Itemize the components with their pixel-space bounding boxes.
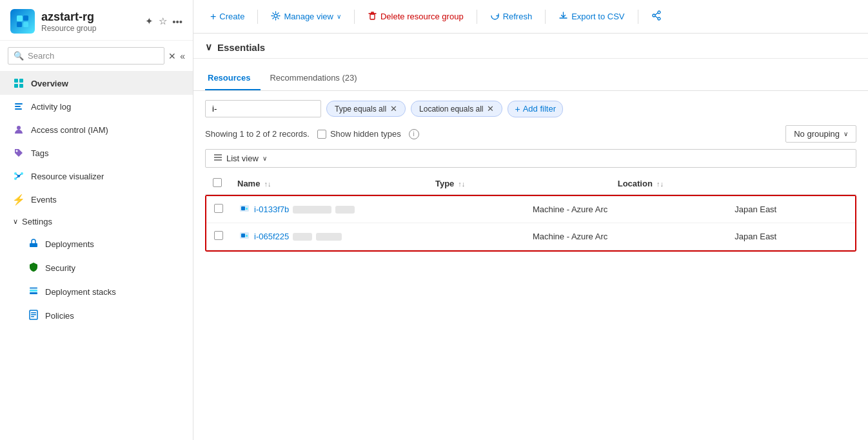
activity-log-label: Activity log xyxy=(31,102,71,112)
table-header-row: Name ↑↓ Type ↑↓ Location xyxy=(205,173,856,195)
security-icon xyxy=(28,262,39,274)
svg-rect-2 xyxy=(17,22,22,27)
sidebar-item-activity-log[interactable]: Activity log xyxy=(0,95,193,118)
create-button[interactable]: + Create xyxy=(204,7,251,26)
svg-rect-40 xyxy=(246,208,248,210)
sidebar-item-tags[interactable]: Tags xyxy=(0,141,193,165)
toolbar-separator-3 xyxy=(477,10,477,24)
download-icon xyxy=(558,11,568,23)
show-hidden-types-checkbox[interactable] xyxy=(317,130,326,139)
row2-name-link[interactable]: i-065f225 xyxy=(254,232,289,241)
table-row: i-065f225 Machine - Azure Arc Japan East xyxy=(206,223,855,250)
name-sort-icon[interactable]: ↑↓ xyxy=(264,180,271,188)
sidebar-item-deployment-stacks[interactable]: Deployment stacks xyxy=(0,280,193,304)
location-sort-icon[interactable]: ↑↓ xyxy=(656,180,664,188)
row1-location: Japan East xyxy=(727,196,855,223)
search-icon: 🔍 xyxy=(14,51,24,61)
search-input[interactable] xyxy=(28,51,159,61)
type-filter-clear-icon[interactable]: ✕ xyxy=(390,104,397,114)
filter-row: Type equals all ✕ Location equals all ✕ … xyxy=(193,91,868,121)
svg-rect-20 xyxy=(30,243,37,247)
sidebar-header: azstart-rg Resource group ✦ ☆ ••• xyxy=(0,0,193,41)
svg-point-17 xyxy=(14,172,17,175)
essentials-section: ∨ Essentials xyxy=(193,34,868,59)
list-view-icon xyxy=(213,153,222,164)
name-filter-input[interactable] xyxy=(205,100,321,117)
sidebar-item-events[interactable]: ⚡ Events xyxy=(0,188,193,211)
toolbar: + Create Manage view ∨ Delete resource g… xyxy=(193,0,868,34)
more-icon[interactable]: ••• xyxy=(172,16,182,27)
row1-blur2 xyxy=(335,206,355,214)
sidebar-search-box[interactable]: 🔍 xyxy=(8,47,164,65)
toolbar-separator-5 xyxy=(638,10,638,24)
sidebar-item-resource-visualizer[interactable]: Resource visualizer xyxy=(0,165,193,188)
resources-table-container: Name ↑↓ Type ↑↓ Location xyxy=(193,173,868,252)
sidebar-item-security[interactable]: Security xyxy=(0,256,193,280)
select-all-checkbox[interactable] xyxy=(213,178,222,187)
type-filter-tag: Type equals all ✕ xyxy=(326,101,406,117)
app-logo xyxy=(10,9,35,34)
star-icon[interactable]: ☆ xyxy=(159,15,167,27)
sidebar-item-policies[interactable]: Policies xyxy=(0,304,193,328)
no-grouping-button[interactable]: No grouping ∨ xyxy=(785,125,856,143)
svg-rect-3 xyxy=(23,22,28,27)
svg-rect-29 xyxy=(370,14,375,19)
plus-filter-icon: + xyxy=(515,104,520,114)
show-hidden-types-label[interactable]: Show hidden types xyxy=(317,129,401,139)
share-button[interactable] xyxy=(645,6,668,26)
svg-rect-1 xyxy=(23,15,28,21)
svg-rect-22 xyxy=(30,290,37,292)
row1-checkbox[interactable] xyxy=(214,204,223,213)
tab-recommendations[interactable]: Recommendations (23) xyxy=(267,68,367,90)
gear-icon xyxy=(271,11,281,23)
th-name: Name ↑↓ xyxy=(230,173,428,195)
add-filter-button[interactable]: + Add filter xyxy=(508,101,563,117)
sidebar-item-overview[interactable]: Overview xyxy=(0,72,193,95)
sidebar-title-actions: ✦ ☆ ••• xyxy=(145,15,182,27)
settings-section[interactable]: ∨ Settings xyxy=(0,211,193,232)
tab-resources[interactable]: Resources xyxy=(205,68,261,90)
essentials-title: Essentials xyxy=(217,42,265,53)
list-view-button[interactable]: List view ∨ xyxy=(205,149,856,168)
svg-rect-0 xyxy=(17,15,23,21)
sidebar-item-deployments[interactable]: Deployments xyxy=(0,232,193,256)
sidebar-title-group: azstart-rg Resource group xyxy=(41,10,96,33)
view-row: List view ∨ xyxy=(193,146,868,173)
th-location: Location ↑↓ xyxy=(610,173,856,195)
svg-rect-9 xyxy=(15,106,21,107)
svg-rect-5 xyxy=(19,79,23,83)
svg-rect-26 xyxy=(31,314,36,315)
close-search-icon[interactable]: ✕ xyxy=(168,51,176,61)
svg-point-31 xyxy=(658,17,660,20)
iam-label: Access control (IAM) xyxy=(31,125,108,135)
tags-label: Tags xyxy=(31,148,48,158)
policies-label: Policies xyxy=(45,311,74,321)
row1-name-link[interactable]: i-0133f7b xyxy=(254,205,289,214)
info-icon[interactable]: i xyxy=(409,129,419,139)
collapse-sidebar-icon[interactable]: « xyxy=(180,51,185,61)
sidebar-item-iam[interactable]: Access control (IAM) xyxy=(0,118,193,141)
chevron-down-icon: ∨ xyxy=(337,13,341,20)
essentials-chevron-icon[interactable]: ∨ xyxy=(205,41,212,53)
row1-type: Machine - Azure Arc xyxy=(525,196,727,223)
list-view-chevron-icon: ∨ xyxy=(262,155,267,162)
export-button[interactable]: Export to CSV xyxy=(552,7,631,26)
pin-icon[interactable]: ✦ xyxy=(145,15,153,27)
settings-label: Settings xyxy=(22,217,52,226)
iam-icon xyxy=(13,124,25,135)
type-sort-icon[interactable]: ↑↓ xyxy=(458,180,465,188)
location-filter-clear-icon[interactable]: ✕ xyxy=(487,104,494,114)
trash-icon xyxy=(368,11,377,23)
svg-rect-43 xyxy=(246,235,248,237)
delete-button[interactable]: Delete resource group xyxy=(361,7,470,26)
refresh-button[interactable]: Refresh xyxy=(484,7,539,26)
toolbar-separator-2 xyxy=(354,10,355,24)
row2-checkbox[interactable] xyxy=(214,231,223,240)
svg-rect-7 xyxy=(19,84,23,88)
records-info-row: Showing 1 to 2 of 2 records. Show hidden… xyxy=(193,121,868,146)
visualizer-icon xyxy=(13,170,25,182)
activity-log-icon xyxy=(13,101,25,112)
svg-rect-42 xyxy=(241,234,245,237)
resources-data-table: i-0133f7b Machine - Azure Arc Japan East xyxy=(206,196,855,250)
manage-view-button[interactable]: Manage view ∨ xyxy=(264,7,348,26)
